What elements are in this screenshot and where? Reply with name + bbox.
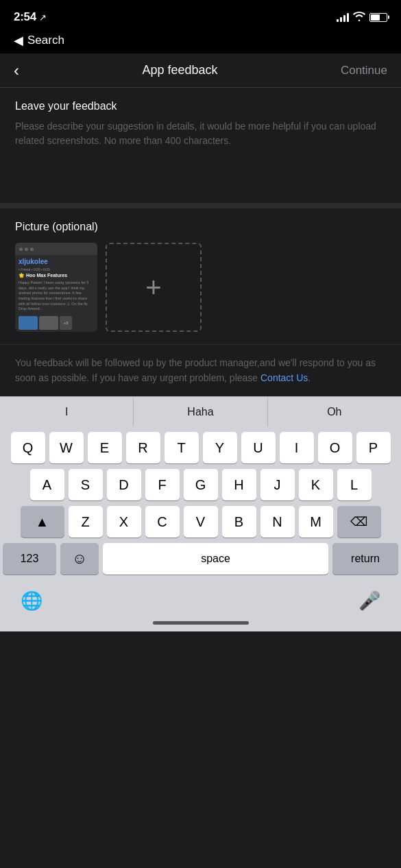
key-k[interactable]: K — [299, 469, 333, 501]
key-j[interactable]: J — [260, 469, 295, 501]
numbers-key[interactable]: 123 — [3, 543, 56, 575]
key-m[interactable]: M — [299, 506, 333, 538]
search-back-icon: ◀ — [14, 33, 23, 48]
continue-button[interactable]: Continue — [341, 64, 387, 77]
nav-bar: ‹ App feedback Continue — [0, 53, 401, 88]
status-time: 2:54 — [14, 10, 36, 24]
contact-us-link[interactable]: Contact Us — [260, 372, 308, 383]
keyboard: Q W E R T Y U I O P A S D F G H J K L ▲ … — [0, 426, 401, 583]
key-w[interactable]: W — [49, 432, 84, 463]
keyboard-row-1: Q W E R T Y U I O P — [3, 432, 398, 463]
wifi-icon — [353, 12, 365, 23]
key-g[interactable]: G — [184, 469, 218, 501]
key-r[interactable]: R — [126, 432, 160, 463]
key-e[interactable]: E — [88, 432, 122, 463]
suggestion-i[interactable]: I — [0, 398, 134, 426]
key-i[interactable]: I — [280, 432, 314, 463]
suggestion-haha[interactable]: Haha — [134, 398, 267, 426]
feedback-label: Leave your feedback — [15, 100, 386, 112]
key-n[interactable]: N — [260, 506, 295, 538]
key-f[interactable]: F — [145, 469, 180, 501]
key-v[interactable]: V — [184, 506, 218, 538]
back-button[interactable]: ‹ — [14, 62, 19, 79]
delete-key[interactable]: ⌫ — [337, 506, 381, 538]
keyboard-row-2: A S D F G H J K L — [3, 469, 398, 501]
page-title: App feedback — [142, 63, 217, 77]
thumb-meta: • Friend • 0/20 • 0/20 — [19, 267, 50, 272]
keyboard-suggestion-bar: I Haha Oh — [0, 396, 401, 426]
keyboard-row-3: ▲ Z X C V B N M ⌫ — [3, 506, 398, 538]
picture-section: Picture (optional) xljukolee • Friend • … — [0, 208, 401, 344]
keyboard-row-4: 123 ☺ space return — [3, 543, 398, 575]
space-key[interactable]: space — [103, 543, 328, 575]
status-bar: 2:54 ↗ — [0, 0, 401, 30]
picture-row: xljukolee • Friend • 0/20 • 0/20 🌟 Hoo M… — [15, 243, 386, 332]
key-s[interactable]: S — [69, 469, 103, 501]
home-bar — [153, 621, 249, 625]
feedback-hint: Please describe your suggestion in detai… — [15, 119, 386, 203]
key-a[interactable]: A — [30, 469, 64, 501]
key-b[interactable]: B — [222, 506, 256, 538]
search-bar: ◀ Search — [0, 30, 401, 53]
thumb-logo: xljukolee — [19, 258, 94, 265]
add-photo-button[interactable]: + — [106, 243, 202, 332]
emoji-key[interactable]: ☺ — [60, 543, 99, 575]
location-arrow-icon: ↗ — [39, 12, 47, 23]
key-d[interactable]: D — [107, 469, 141, 501]
key-t[interactable]: T — [165, 432, 199, 463]
footer-text: You feedback will be followed up by the … — [15, 356, 386, 385]
bottom-bar: 🌐 🎤 — [0, 583, 401, 617]
home-indicator — [0, 617, 401, 631]
microphone-icon[interactable]: 🎤 — [359, 590, 380, 612]
return-key[interactable]: return — [332, 543, 398, 575]
key-o[interactable]: O — [318, 432, 352, 463]
shift-key[interactable]: ▲ — [21, 506, 64, 538]
key-y[interactable]: Y — [203, 432, 237, 463]
status-icons — [337, 12, 387, 23]
key-z[interactable]: Z — [69, 506, 103, 538]
key-x[interactable]: X — [107, 506, 141, 538]
add-photo-plus-icon: + — [145, 274, 161, 301]
section-divider — [0, 203, 401, 208]
key-q[interactable]: Q — [11, 432, 45, 463]
feedback-section: Leave your feedback Please describe your… — [0, 88, 401, 203]
picture-label: Picture (optional) — [15, 221, 386, 233]
key-h[interactable]: H — [222, 469, 256, 501]
key-p[interactable]: P — [356, 432, 391, 463]
suggestion-oh[interactable]: Oh — [268, 398, 401, 426]
key-u[interactable]: U — [241, 432, 276, 463]
battery-icon — [369, 13, 387, 22]
search-label: Search — [27, 34, 64, 47]
globe-icon[interactable]: 🌐 — [21, 590, 42, 612]
thumb-text: Happy Patton! I been using yecomos for 5… — [19, 280, 94, 312]
key-c[interactable]: C — [145, 506, 180, 538]
signal-icon — [337, 12, 349, 22]
footer-section: You feedback will be followed up by the … — [0, 344, 401, 396]
key-l[interactable]: L — [337, 469, 372, 501]
thumb-title: 🌟 Hoo Max Features — [19, 273, 94, 278]
screenshot-thumbnail[interactable]: xljukolee • Friend • 0/20 • 0/20 🌟 Hoo M… — [15, 243, 97, 332]
